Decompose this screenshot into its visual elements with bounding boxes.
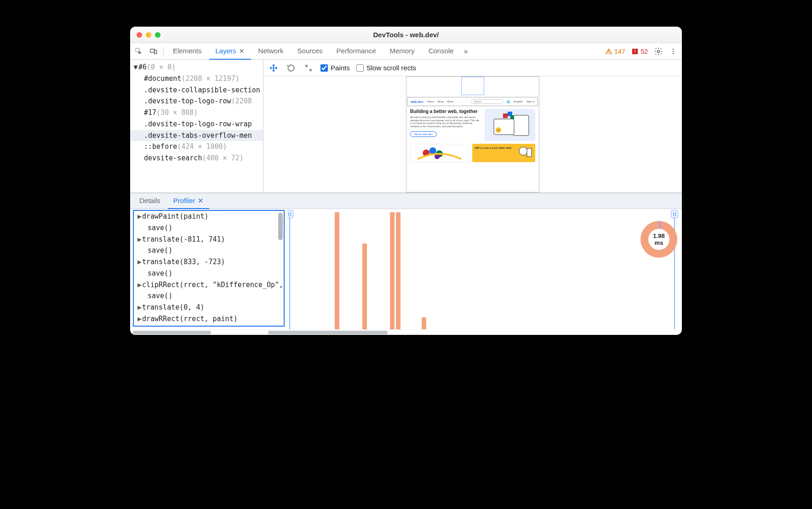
svg-rect-7 [635, 52, 635, 53]
svg-rect-17 [510, 115, 514, 119]
reset-view-icon[interactable] [303, 62, 314, 74]
tree-item[interactable]: #document(2208 × 12197) [130, 73, 263, 85]
window-controls [130, 32, 160, 38]
device-toggle-icon[interactable] [147, 45, 160, 58]
svg-rect-15 [503, 113, 508, 118]
devtools-window: DevTools - web.dev/ Elements Layers ✕ Ne… [130, 27, 682, 335]
paint-call-list[interactable]: ▶drawPaint(paint)save()▶translate(-811, … [133, 210, 285, 327]
pan-icon[interactable] [268, 62, 279, 74]
close-icon[interactable]: ✕ [198, 197, 204, 205]
profiler-timeline[interactable]: 1.98 ms [287, 209, 682, 329]
tree-item[interactable]: .devsite-top-logo-row(2208 [130, 96, 263, 107]
bottom-tabstrip: Details Profiler ✕ [130, 193, 682, 209]
preview-hero-btn: About web.dev [410, 131, 437, 137]
svg-point-14 [496, 127, 501, 133]
paint-call-row[interactable]: ▶drawRRect(rrect, paint) [134, 313, 284, 325]
svg-rect-6 [635, 50, 635, 52]
close-icon[interactable]: ✕ [239, 47, 245, 55]
tab-sources[interactable]: Sources [291, 43, 329, 60]
timeline-marker[interactable] [289, 210, 290, 329]
preview-hero-body: We want to help you build beautiful, acc… [410, 116, 481, 128]
minimize-window-button[interactable] [146, 32, 151, 38]
inspect-icon[interactable] [132, 45, 146, 58]
svg-rect-23 [527, 148, 532, 157]
timeline-bar [335, 212, 339, 329]
paints-checkbox-input[interactable] [320, 64, 328, 72]
page-preview: web.dev About Blog More Search 🌐English … [406, 76, 539, 192]
tab-console[interactable]: Console [422, 43, 460, 60]
tree-item[interactable]: .devsite-collapsible-section [130, 85, 263, 96]
layer-canvas[interactable]: web.dev About Blog More Search 🌐English … [263, 76, 682, 192]
svg-point-10 [673, 51, 674, 52]
paint-call-row[interactable]: ▶translate(0, 4) [134, 302, 284, 313]
errors-count: 52 [640, 48, 648, 55]
errors-badge[interactable]: 52 [629, 48, 651, 55]
slow-scroll-checkbox[interactable]: Slow scroll rects [356, 64, 416, 72]
tree-item[interactable]: ::before(424 × 1000) [130, 141, 263, 153]
tab-details[interactable]: Details [134, 193, 166, 209]
svg-point-11 [673, 53, 674, 54]
svg-point-22 [519, 147, 527, 155]
paint-call-row[interactable]: ▶clipRRect(rrect, "kDifference_Op", [134, 279, 284, 291]
preview-search: Search [471, 99, 503, 104]
timeline-bar [396, 212, 400, 329]
svg-rect-4 [608, 52, 609, 53]
tab-elements[interactable]: Elements [166, 43, 208, 60]
tree-item[interactable]: .devsite-top-logo-row-wrap [130, 119, 263, 130]
tab-memory[interactable]: Memory [383, 43, 421, 60]
main-tabstrip: Elements Layers ✕ Network Sources Perfor… [130, 43, 682, 60]
tree-root[interactable]: ▼#6(0 × 0) [130, 62, 263, 73]
timeline-bar [362, 243, 367, 329]
paint-call-row[interactable]: save() [134, 268, 284, 279]
layer-viewer: Paints Slow scroll rects web.dev About B… [263, 60, 682, 192]
tab-performance[interactable]: Performance [330, 43, 383, 60]
tree-scrollbar[interactable] [133, 331, 211, 334]
tab-layers[interactable]: Layers ✕ [209, 43, 251, 60]
window-title: DevTools - web.dev/ [130, 31, 682, 39]
preview-promo: INP is now a Core Web Vital [475, 147, 511, 149]
rotate-icon[interactable] [286, 62, 297, 74]
horizontal-scrollbars [130, 329, 682, 335]
layer-tree[interactable]: ▼#6(0 × 0) #document(2208 × 12197).devsi… [130, 60, 263, 192]
paint-call-row[interactable]: ▶drawPaint(paint) [134, 211, 284, 222]
close-window-button[interactable] [137, 32, 142, 38]
settings-icon[interactable] [652, 47, 665, 56]
preview-illustration [485, 109, 535, 141]
svg-point-9 [673, 49, 674, 50]
paint-call-row[interactable]: ▶translate(-811, 741) [134, 234, 284, 245]
bottom-panel: Details Profiler ✕ ▶drawPaint(paint)save… [130, 193, 682, 329]
marker-handle-icon[interactable] [287, 210, 293, 218]
preview-header: web.dev About Blog More Search 🌐English … [407, 97, 538, 106]
tab-network[interactable]: Network [252, 43, 290, 60]
tree-item[interactable]: .devsite-tabs-overflow-men [130, 130, 263, 141]
timeline-bar [422, 317, 426, 329]
svg-rect-3 [608, 51, 609, 52]
slow-scroll-checkbox-input[interactable] [356, 64, 364, 72]
duration-donut: 1.98 ms [640, 221, 677, 258]
preview-logo: web.dev [411, 100, 423, 103]
svg-point-8 [658, 50, 660, 52]
tree-item[interactable]: devsite-search(400 × 72) [130, 153, 263, 164]
warnings-badge[interactable]: 147 [602, 48, 628, 55]
duration-label: 1.98 ms [648, 229, 669, 250]
scrollbar-thumb[interactable] [278, 213, 283, 240]
warnings-count: 147 [614, 48, 625, 55]
titlebar: DevTools - web.dev/ [130, 27, 682, 43]
marker-handle-icon[interactable] [671, 210, 678, 218]
paint-call-row[interactable]: ▶translate(833, -723) [134, 256, 284, 268]
paints-checkbox[interactable]: Paints [320, 64, 350, 72]
tab-profiler[interactable]: Profiler ✕ [168, 193, 210, 209]
paint-call-row[interactable]: save() [134, 222, 284, 234]
layers-panel-body: ▼#6(0 × 0) #document(2208 × 12197).devsi… [130, 60, 682, 193]
more-tabs-button[interactable]: » [461, 47, 471, 56]
divider [163, 47, 164, 56]
maximize-window-button[interactable] [155, 32, 160, 38]
kebab-menu-icon[interactable] [666, 48, 680, 55]
calls-scrollbar[interactable] [268, 331, 388, 334]
preview-hero-title: Building a better web, together [410, 109, 481, 114]
timeline-bar [390, 212, 395, 329]
paint-call-row[interactable]: save() [134, 245, 284, 256]
svg-rect-12 [513, 115, 529, 136]
tree-item[interactable]: #17(30 × 808) [130, 107, 263, 119]
paint-call-row[interactable]: save() [134, 290, 284, 302]
